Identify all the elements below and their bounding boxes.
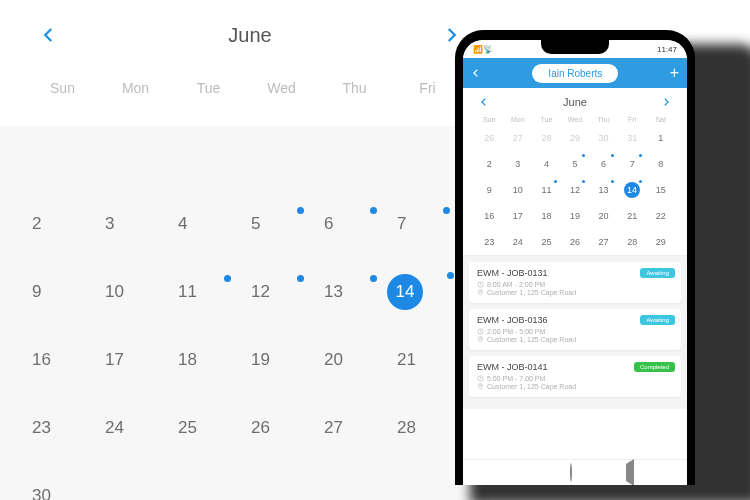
- mini-day-cell[interactable]: 11: [532, 181, 561, 199]
- event-dot-icon: [639, 180, 642, 183]
- calendar-day-cell: [172, 476, 245, 500]
- calendar-day-cell[interactable]: 9: [26, 272, 99, 312]
- android-navbar: [463, 459, 687, 485]
- job-card[interactable]: EWM - JOB-01415:00 PM - 7:00 PMCustomer …: [469, 356, 681, 397]
- mini-day-cell[interactable]: 20: [589, 207, 618, 225]
- day-number: 30: [32, 486, 51, 500]
- mini-day-cell[interactable]: 6: [589, 155, 618, 173]
- calendar-day-cell[interactable]: 4: [172, 204, 245, 244]
- user-pill[interactable]: Iain Roberts: [532, 64, 618, 83]
- calendar-day-cell[interactable]: 6: [318, 204, 391, 244]
- calendar-day-cell[interactable]: 2: [26, 204, 99, 244]
- nav-back-button[interactable]: [626, 464, 634, 482]
- mini-day-number: 30: [599, 133, 609, 143]
- mini-day-cell[interactable]: 16: [475, 207, 504, 225]
- mini-day-number: 24: [513, 237, 523, 247]
- calendar-day-cell[interactable]: 5: [245, 204, 318, 244]
- pin-icon: [477, 383, 484, 390]
- mini-day-cell[interactable]: 19: [561, 207, 590, 225]
- back-button[interactable]: [471, 68, 481, 78]
- mini-day-cell[interactable]: 29: [646, 233, 675, 251]
- calendar-day-cell[interactable]: 24: [99, 408, 172, 448]
- mini-day-cell[interactable]: 3: [504, 155, 533, 173]
- calendar-day-cell[interactable]: 7: [391, 204, 464, 244]
- weekday-label: Wed: [245, 80, 318, 96]
- pin-icon: [477, 336, 484, 343]
- chevron-left-icon: [471, 68, 481, 78]
- add-button[interactable]: +: [670, 65, 679, 81]
- calendar-day-cell[interactable]: 19: [245, 340, 318, 380]
- mini-day-cell: 28: [532, 129, 561, 147]
- calendar-day-cell[interactable]: 18: [172, 340, 245, 380]
- calendar-day-cell[interactable]: 28: [391, 408, 464, 448]
- day-number: 5: [251, 214, 260, 234]
- mini-day-cell[interactable]: 22: [646, 207, 675, 225]
- mini-day-number: 5: [572, 159, 577, 169]
- mini-day-cell[interactable]: 4: [532, 155, 561, 173]
- mini-day-cell[interactable]: 15: [646, 181, 675, 199]
- calendar-day-cell: [245, 136, 318, 176]
- event-dot-icon: [370, 207, 377, 214]
- mini-day-cell[interactable]: 2: [475, 155, 504, 173]
- mini-day-cell[interactable]: 7: [618, 155, 647, 173]
- mini-day-cell[interactable]: 9: [475, 181, 504, 199]
- day-number: 13: [324, 282, 343, 302]
- mini-day-cell[interactable]: 1: [646, 129, 675, 147]
- chevron-left-icon: [40, 26, 58, 44]
- calendar-day-cell[interactable]: 23: [26, 408, 99, 448]
- mini-day-number: 12: [570, 185, 580, 195]
- next-month-button[interactable]: [442, 26, 460, 44]
- calendar-day-cell[interactable]: 20: [318, 340, 391, 380]
- mini-day-cell[interactable]: 21: [618, 207, 647, 225]
- mini-day-cell[interactable]: 18: [532, 207, 561, 225]
- mini-day-cell[interactable]: 17: [504, 207, 533, 225]
- calendar-day-cell[interactable]: 26: [245, 408, 318, 448]
- mini-prev-month-button[interactable]: [479, 97, 489, 107]
- job-list: EWM - JOB-01318:00 AM - 2:00 PMCustomer …: [463, 255, 687, 409]
- event-dot-icon: [554, 180, 557, 183]
- day-number: 24: [105, 418, 124, 438]
- mini-day-cell[interactable]: 8: [646, 155, 675, 173]
- clock-icon: [477, 375, 484, 382]
- phone-screen: 📶 📡 11:47 Iain Roberts + June SunMonTueW…: [463, 40, 687, 485]
- mini-day-cell[interactable]: 24: [504, 233, 533, 251]
- mini-day-number: 13: [599, 185, 609, 195]
- calendar-day-cell[interactable]: 13: [318, 272, 391, 312]
- mini-day-cell[interactable]: 5: [561, 155, 590, 173]
- job-card[interactable]: EWM - JOB-01318:00 AM - 2:00 PMCustomer …: [469, 262, 681, 303]
- mini-day-cell[interactable]: 14: [618, 181, 647, 199]
- calendar-day-cell[interactable]: 3: [99, 204, 172, 244]
- mini-day-cell[interactable]: 12: [561, 181, 590, 199]
- mini-day-cell[interactable]: 28: [618, 233, 647, 251]
- nav-home-button[interactable]: [570, 464, 572, 482]
- calendar-day-cell[interactable]: 25: [172, 408, 245, 448]
- mini-day-number: 18: [541, 211, 551, 221]
- calendar-day-cell[interactable]: 30: [26, 476, 99, 500]
- prev-month-button[interactable]: [40, 26, 58, 44]
- mini-day-cell[interactable]: 27: [589, 233, 618, 251]
- mini-day-cell[interactable]: 25: [532, 233, 561, 251]
- event-dot-icon: [611, 180, 614, 183]
- calendar-day-cell[interactable]: 21: [391, 340, 464, 380]
- job-card[interactable]: EWM - JOB-01362:00 PM - 5:00 PMCustomer …: [469, 309, 681, 350]
- calendar-day-cell[interactable]: 16: [26, 340, 99, 380]
- calendar-day-cell[interactable]: 12: [245, 272, 318, 312]
- battery-time: 11:47: [657, 45, 677, 54]
- calendar-day-cell[interactable]: 27: [318, 408, 391, 448]
- calendar-day-cell[interactable]: 11: [172, 272, 245, 312]
- app-header: Iain Roberts +: [463, 58, 687, 88]
- status-badge: Awaiting: [640, 268, 675, 278]
- calendar-day-cell: [99, 476, 172, 500]
- mini-day-cell[interactable]: 10: [504, 181, 533, 199]
- calendar-day-cell[interactable]: 17: [99, 340, 172, 380]
- calendar-day-cell: [318, 136, 391, 176]
- mini-day-cell[interactable]: 13: [589, 181, 618, 199]
- calendar-month-title: June: [228, 24, 271, 47]
- mini-day-cell[interactable]: 26: [561, 233, 590, 251]
- mini-day-cell[interactable]: 23: [475, 233, 504, 251]
- mini-weekday-label: Thu: [589, 116, 618, 123]
- mini-day-number: 29: [570, 133, 580, 143]
- calendar-day-cell[interactable]: 10: [99, 272, 172, 312]
- calendar-day-cell[interactable]: 14: [391, 272, 464, 312]
- mini-next-month-button[interactable]: [661, 97, 671, 107]
